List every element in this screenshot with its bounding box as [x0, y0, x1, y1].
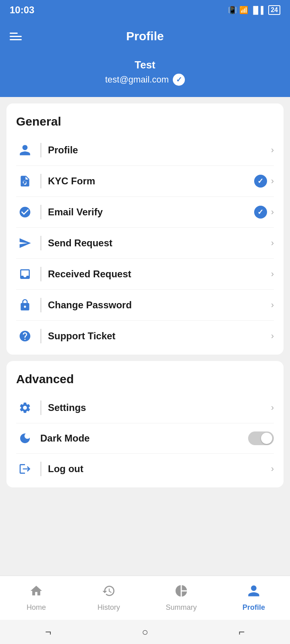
kyc-label: KYC Form	[48, 175, 254, 187]
menu-divider	[40, 143, 41, 157]
nav-item-profile[interactable]: Profile	[218, 584, 290, 612]
profile-label: Profile	[48, 144, 271, 156]
menu-divider	[40, 205, 41, 219]
profile-right: ›	[271, 145, 274, 155]
profile-nav-icon	[247, 584, 261, 601]
support-ticket-chevron: ›	[271, 331, 274, 341]
menu-item-logout[interactable]: Log out ›	[16, 454, 274, 484]
bottom-nav: Home History Summary Profile	[0, 576, 290, 620]
moon-icon-wrap	[16, 432, 34, 445]
settings-chevron: ›	[271, 402, 274, 413]
main-content: General Profile › KYC Form	[0, 97, 290, 576]
profile-email-row: test@gmail.com ✓	[0, 74, 290, 86]
advanced-title: Advanced	[16, 372, 274, 386]
received-request-label: Received Request	[48, 268, 271, 280]
recents-button[interactable]: ⌐	[238, 626, 244, 638]
back-button[interactable]: ⌐	[45, 626, 51, 638]
toggle-knob	[261, 433, 272, 444]
verified-badge: ✓	[173, 74, 185, 86]
gear-icon	[19, 401, 31, 414]
support-icon-wrap	[16, 330, 34, 343]
summary-nav-label: Summary	[166, 603, 197, 612]
help-circle-icon	[19, 330, 31, 343]
send-icon	[19, 237, 31, 250]
menu-item-email-verify[interactable]: Email Verify ✓ ›	[16, 197, 274, 228]
general-title: General	[16, 115, 274, 128]
lock-icon	[19, 299, 31, 312]
status-time: 10:03	[10, 4, 34, 16]
profile-nav-label: Profile	[242, 603, 265, 612]
profile-email: test@gmail.com	[105, 74, 169, 85]
moon-icon	[19, 432, 31, 445]
received-request-chevron: ›	[271, 269, 274, 279]
menu-divider	[40, 267, 41, 281]
home-button[interactable]: ○	[142, 626, 148, 638]
menu-item-kyc[interactable]: KYC Form ✓ ›	[16, 166, 274, 197]
signal-icon: ▐▌▌	[251, 6, 266, 14]
send-request-chevron: ›	[271, 238, 274, 248]
menu-item-settings[interactable]: Settings ›	[16, 392, 274, 423]
app-bar-title: Profile	[126, 29, 164, 43]
menu-item-profile[interactable]: Profile ›	[16, 135, 274, 166]
menu-item-send-request[interactable]: Send Request ›	[16, 228, 274, 259]
profile-header: Test test@gmail.com ✓	[0, 52, 290, 97]
profile-username: Test	[0, 59, 290, 71]
app-bar: Profile	[0, 20, 290, 52]
menu-item-change-password[interactable]: Change Password ›	[16, 290, 274, 321]
received-icon-wrap	[16, 268, 34, 281]
logout-icon	[19, 462, 31, 475]
history-icon	[102, 584, 116, 601]
menu-item-received-request[interactable]: Received Request ›	[16, 259, 274, 290]
email-verified-icon: ✓	[257, 208, 263, 217]
email-verify-icon-wrap	[16, 206, 34, 219]
status-icons: 📳 📶 ▐▌▌ 24	[228, 5, 280, 15]
system-nav: ⌐ ○ ⌐	[0, 620, 290, 644]
logout-chevron: ›	[271, 464, 274, 474]
wifi-icon: 📶	[239, 6, 248, 14]
profile-chevron: ›	[271, 145, 274, 155]
menu-icon[interactable]	[10, 33, 22, 40]
logout-right: ›	[271, 464, 274, 474]
send-request-right: ›	[271, 238, 274, 248]
logout-icon-wrap	[16, 462, 34, 475]
menu-divider	[40, 400, 41, 415]
kyc-verified-icon: ✓	[257, 177, 263, 186]
menu-item-support-ticket[interactable]: Support Ticket ›	[16, 321, 274, 351]
advanced-card: Advanced Settings › Dark Mode	[6, 361, 284, 487]
change-password-chevron: ›	[271, 300, 274, 310]
support-ticket-label: Support Ticket	[48, 330, 271, 342]
send-icon-wrap	[16, 237, 34, 250]
history-nav-label: History	[97, 603, 120, 612]
kyc-verified-badge: ✓	[254, 175, 267, 188]
person-icon	[19, 144, 31, 157]
change-password-label: Change Password	[48, 299, 271, 311]
support-ticket-right: ›	[271, 331, 274, 341]
email-verified-badge: ✓	[254, 206, 267, 219]
settings-right: ›	[271, 402, 274, 413]
menu-divider	[40, 462, 41, 476]
received-request-right: ›	[271, 269, 274, 279]
kyc-right: ✓ ›	[254, 175, 274, 188]
vibrate-icon: 📳	[228, 6, 237, 14]
nav-item-summary[interactable]: Summary	[145, 584, 218, 612]
profile-menu-icon-wrap	[16, 144, 34, 157]
general-card: General Profile › KYC Form	[6, 103, 284, 355]
email-verify-right: ✓ ›	[254, 206, 274, 219]
kyc-chevron: ›	[271, 176, 274, 186]
email-verify-chevron: ›	[271, 207, 274, 217]
email-check-icon	[19, 206, 31, 219]
summary-icon	[174, 584, 188, 601]
settings-icon-wrap	[16, 401, 34, 414]
nav-item-history[interactable]: History	[72, 584, 145, 612]
home-nav-label: Home	[27, 603, 46, 612]
send-request-label: Send Request	[48, 237, 271, 249]
menu-divider	[40, 329, 41, 343]
document-search-icon	[19, 175, 31, 188]
dark-mode-label: Dark Mode	[40, 433, 248, 444]
settings-label: Settings	[48, 402, 271, 413]
menu-divider	[40, 174, 41, 188]
menu-item-dark-mode[interactable]: Dark Mode	[16, 423, 274, 454]
kyc-icon-wrap	[16, 175, 34, 188]
dark-mode-toggle[interactable]	[248, 431, 274, 445]
nav-item-home[interactable]: Home	[0, 584, 72, 612]
